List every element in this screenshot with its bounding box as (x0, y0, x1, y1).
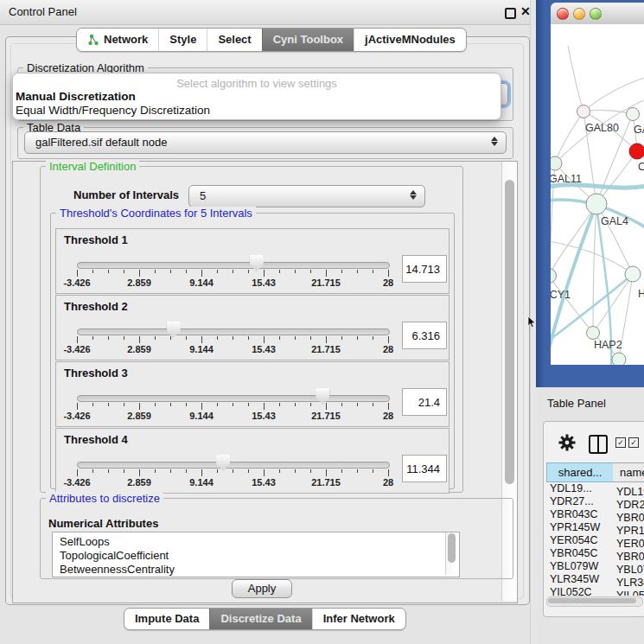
tab-jactivemnodules[interactable]: jActiveMNodules (354, 29, 466, 51)
control-panel-tabs: Network Style Select Cyni Toolbox jActiv… (76, 28, 467, 52)
num-intervals-label: Number of Intervals (73, 188, 179, 201)
threshold-value-field[interactable]: 6.316 (402, 322, 447, 349)
list-item[interactable]: SelfLoops (53, 535, 459, 549)
threshold-2-box: Threshold 2 -3.4262.8599.14415.4321.7152… (55, 295, 450, 360)
thresholds-group-title: Threshold's Coordinates for 5 Intervals (56, 207, 256, 220)
table-row[interactable]: YDR27...YDR27... (545, 495, 644, 508)
network-window-titlebar[interactable] (551, 3, 644, 25)
algorithm-option-equal-width[interactable]: Equal Width/Frequency Discretization (16, 104, 210, 117)
node-hap2[interactable] (587, 327, 600, 340)
slider-scale: -3.4262.8599.14415.4321.71528 (77, 277, 388, 288)
tab-label: Network (104, 29, 148, 50)
table-row[interactable]: YDL19...YDL19... (545, 482, 644, 495)
tab-discretize-data[interactable]: Discretize Data (209, 609, 311, 629)
threshold-label: Threshold 1 (64, 233, 128, 246)
numerical-attributes-label: Numerical Attributes (48, 517, 158, 530)
panel-title: Control Panel (9, 5, 77, 18)
close-traffic-light-icon[interactable] (557, 8, 569, 20)
tab-cyni-toolbox[interactable]: Cyni Toolbox (262, 29, 354, 51)
combo-stepper-icon (410, 189, 417, 201)
combo-stepper-icon (491, 136, 498, 147)
slider-scale: -3.4262.8599.14415.4321.71528 (77, 477, 388, 488)
slider-track[interactable] (77, 395, 390, 402)
zoom-traffic-light-icon[interactable] (590, 8, 602, 20)
slider-scale: -3.4262.8599.14415.4321.71528 (77, 344, 388, 354)
node-label-gcy1: GCY1 (551, 289, 571, 301)
algorithm-dropdown-popup: Select algorithm to view settings Manual… (12, 73, 501, 120)
table-data-combobox[interactable]: galFiltered.sif default node (24, 131, 507, 154)
slider-track[interactable] (77, 462, 390, 469)
tab-impute-data[interactable]: Impute Data (124, 609, 209, 629)
slider-track[interactable] (77, 328, 390, 335)
threshold-label: Threshold 3 (64, 367, 128, 379)
threshold-value-field[interactable]: 11.344 (402, 455, 447, 482)
table-panel-title: Table Panel (547, 397, 606, 410)
column-header-shared-name[interactable]: shared... (546, 462, 614, 482)
node-gal80[interactable] (577, 105, 590, 118)
table-hscrollbar[interactable] (546, 596, 643, 607)
table-row[interactable]: YLR345WYLR345W (545, 573, 644, 586)
attributes-list-scrollbar[interactable] (445, 532, 457, 575)
node-label-ga: GA (634, 124, 644, 136)
node-h[interactable] (625, 266, 641, 282)
interval-definition-title: Interval Definition (46, 160, 139, 173)
node-label-gal11: GAL11 (551, 173, 582, 185)
column-header-name[interactable]: name (613, 462, 644, 482)
table-data-value: galFiltered.sif default node (35, 136, 167, 149)
scrollbar-thumb[interactable] (505, 180, 514, 484)
network-icon (87, 34, 99, 46)
scrollbar-thumb[interactable] (448, 533, 456, 563)
node-label-hap2: HAP2 (594, 339, 622, 351)
algorithm-placeholder-option[interactable]: Select algorithm to view settings (13, 77, 501, 90)
node-gcy1[interactable] (551, 269, 557, 284)
cyni-bottom-tabs: Impute Data Discretize Data Infer Networ… (124, 608, 406, 630)
threshold-value-field[interactable]: 21.4 (402, 388, 447, 416)
checkbox-icon[interactable]: ✓ (628, 437, 639, 448)
list-item[interactable]: BetweennessCentrality (53, 563, 459, 577)
float-window-icon[interactable] (505, 8, 516, 19)
mouse-cursor-icon (527, 316, 536, 328)
node-partial[interactable] (612, 353, 626, 365)
threshold-label: Threshold 2 (64, 300, 128, 313)
close-icon[interactable]: ✕ (520, 4, 531, 18)
scrollbar-thumb[interactable] (548, 598, 636, 603)
threshold-1-box: Threshold 1 -3.4262.8599.14415.4321.7152… (55, 228, 450, 294)
tab-infer-network[interactable]: Infer Network (312, 609, 405, 629)
tab-network[interactable]: Network (77, 29, 158, 51)
threshold-label: Threshold 4 (64, 433, 128, 446)
table-rows: YDL19...YDL19...YDR27...YDR27...YBR043CY… (545, 482, 644, 596)
table-row[interactable]: YBR045CYBR045C (545, 547, 644, 560)
threshold-3-box: Threshold 3 -3.4262.8599.14415.4321.7152… (55, 361, 450, 427)
split-columns-icon[interactable] (589, 435, 608, 454)
node-label-gal80: GAL80 (585, 122, 619, 134)
checkbox-icon[interactable]: ✓ (615, 437, 626, 448)
control-panel-titlebar: Control Panel ✕ (0, 0, 536, 25)
node-ga[interactable] (627, 108, 640, 121)
gear-icon[interactable] (558, 434, 576, 451)
threshold-value-field[interactable]: 14.713 (402, 255, 447, 283)
table-row[interactable]: YIL052CYIL052C (545, 586, 644, 596)
node-label-gal4: GAL4 (601, 215, 628, 227)
tab-select[interactable]: Select (207, 29, 261, 51)
table-row[interactable]: YBR043CYBR043C (545, 508, 644, 521)
node-selected-red[interactable] (629, 143, 644, 159)
apply-button[interactable]: Apply (232, 579, 292, 598)
list-item[interactable]: TopologicalCoefficient (53, 549, 459, 563)
tab-style[interactable]: Style (158, 29, 207, 51)
network-view[interactable]: GAL80 GA GAL11 C GAL4 GCY1 H HAP2 (551, 24, 644, 365)
slider-scale: -3.4262.8599.14415.4321.71528 (77, 411, 388, 421)
node-gal11[interactable] (551, 156, 562, 170)
table-row[interactable]: YER054CYER054C (545, 534, 644, 547)
table-row[interactable]: YBL079WYBL079W (545, 560, 644, 573)
node-gal4[interactable] (586, 194, 607, 214)
algorithm-option-manual[interactable]: Manual Discretization (16, 90, 136, 103)
num-intervals-combobox[interactable]: 5 (188, 185, 425, 207)
numerical-attributes-list[interactable]: SelfLoops TopologicalCoefficient Between… (52, 532, 460, 577)
threshold-4-box: Threshold 4 -3.4262.8599.14415.4321.7152… (55, 428, 450, 494)
num-intervals-value: 5 (200, 189, 206, 202)
slider-track[interactable] (77, 262, 390, 269)
table-row[interactable]: YPR145WYPR145W (545, 521, 644, 534)
node-label-c: C (638, 161, 644, 173)
minimize-traffic-light-icon[interactable] (573, 8, 585, 20)
network-graph: GAL80 GA GAL11 C GAL4 GCY1 H HAP2 (551, 24, 644, 365)
